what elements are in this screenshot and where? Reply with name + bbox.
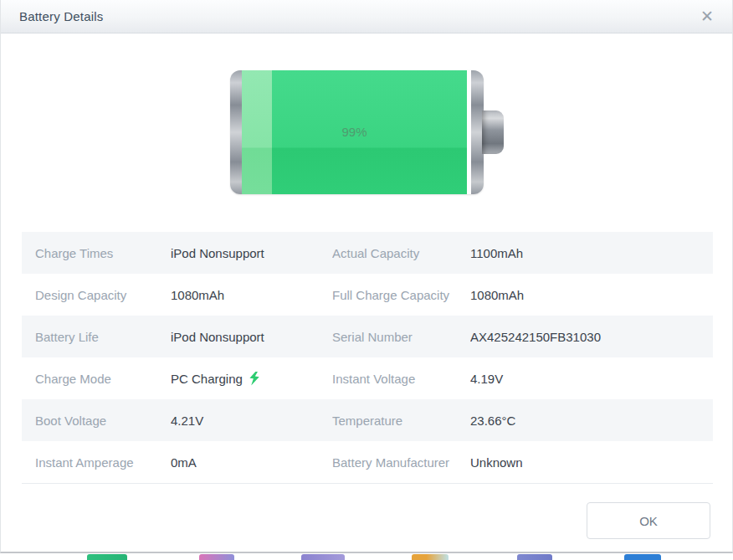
- dialog-titlebar: Battery Details ✕: [1, 0, 732, 33]
- ok-button[interactable]: OK: [587, 502, 710, 539]
- table-row: Charge Mode PC Charging Instant Voltage …: [22, 357, 713, 399]
- field-label: Actual Capacity: [332, 246, 470, 260]
- app-icon-fragment: [624, 554, 661, 560]
- field-value: 1080mAh: [470, 288, 713, 302]
- field-value: Unknown: [470, 455, 713, 470]
- battery-terminal-nub: [482, 110, 504, 154]
- app-icon-fragment: [412, 554, 449, 560]
- app-icon-fragment: [87, 554, 127, 560]
- field-value: 1100mAh: [470, 246, 713, 260]
- battery-fill: 99%: [242, 70, 467, 194]
- field-value-charge-mode: PC Charging: [171, 372, 332, 386]
- field-value: iPod Nonsupport: [171, 246, 332, 260]
- charging-bolt-icon: [248, 372, 262, 386]
- field-label: Serial Number: [332, 330, 470, 344]
- field-label: Battery Life: [35, 330, 171, 344]
- table-row: Design Capacity 1080mAh Full Charge Capa…: [22, 274, 713, 316]
- table-row: Charge Times iPod Nonsupport Actual Capa…: [22, 232, 713, 274]
- battery-percent-label: 99%: [242, 125, 467, 139]
- field-value: 23.66°C: [470, 414, 713, 428]
- field-label: Battery Manufacturer: [332, 455, 470, 470]
- table-row: Instant Amperage 0mA Battery Manufacture…: [22, 441, 713, 483]
- field-label: Boot Voltage: [35, 414, 171, 428]
- battery-cap-left: [230, 70, 242, 194]
- field-value: AX425242150FB31030: [470, 330, 713, 344]
- field-label: Temperature: [332, 414, 470, 428]
- charge-mode-text: PC Charging: [171, 372, 243, 386]
- battery-graphic: 99%: [230, 70, 504, 194]
- field-value: 1080mAh: [171, 288, 332, 302]
- field-label: Design Capacity: [35, 288, 171, 302]
- background-app-icons-strip: [0, 553, 733, 560]
- close-icon[interactable]: ✕: [697, 7, 717, 26]
- field-value: 4.21V: [171, 414, 332, 428]
- battery-details-table: Charge Times iPod Nonsupport Actual Capa…: [22, 232, 713, 484]
- battery-details-dialog-screen: Battery Details ✕ 99% Charge Times iPod …: [0, 0, 733, 560]
- table-row: Battery Life iPod Nonsupport Serial Numb…: [22, 316, 713, 357]
- battery-body: 99%: [230, 70, 484, 194]
- field-value: 0mA: [171, 455, 332, 470]
- app-icon-fragment: [517, 554, 552, 560]
- dialog-title: Battery Details: [19, 9, 104, 23]
- field-label: Full Charge Capacity: [332, 288, 470, 302]
- battery-details-dialog: Battery Details ✕ 99% Charge Times iPod …: [0, 0, 733, 553]
- field-label: Instant Voltage: [332, 372, 470, 386]
- field-label: Charge Times: [35, 246, 171, 260]
- app-icon-fragment: [199, 554, 234, 560]
- field-value: 4.19V: [470, 372, 713, 386]
- field-label: Instant Amperage: [35, 455, 171, 470]
- field-value: iPod Nonsupport: [171, 330, 332, 344]
- field-label: Charge Mode: [35, 372, 171, 386]
- table-row: Boot Voltage 4.21V Temperature 23.66°C: [22, 399, 713, 441]
- app-icon-fragment: [301, 554, 345, 560]
